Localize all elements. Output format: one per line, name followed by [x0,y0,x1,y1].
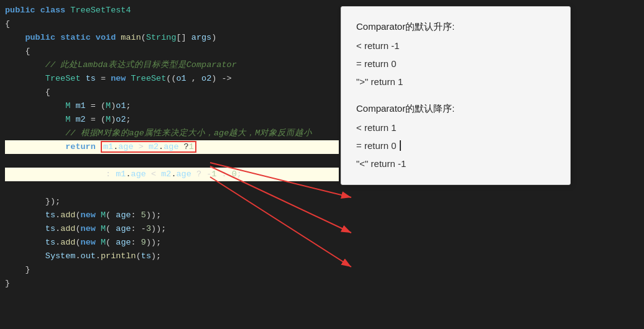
comparator-desc-title: Comparator的默认降序: [356,100,555,117]
desc-item-3: "<" return -1 [356,155,555,172]
asc-item-2: = return 0 [356,55,555,72]
asc-item-1: < return -1 [356,37,555,54]
tooltip-section-1: Comparator的默认升序: < return -1 = return 0 … [356,18,555,90]
editor-area: public class TreeSetTest4 { public stati… [0,0,644,329]
comparator-asc-title: Comparator的默认升序: [356,18,555,35]
asc-item-3: ">" return 1 [356,73,555,90]
desc-item-2: = return 0 [356,137,555,154]
desc-item-1: < return 1 [356,119,555,136]
tooltip-panel: Comparator的默认升序: < return -1 = return 0 … [341,6,571,185]
tooltip-section-2: Comparator的默认降序: < return 1 = return 0 "… [356,100,555,172]
